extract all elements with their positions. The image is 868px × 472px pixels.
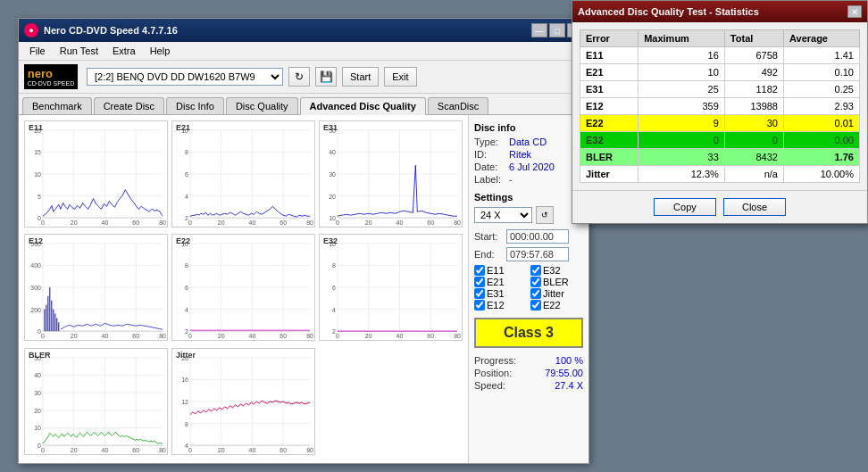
cb-e12[interactable] xyxy=(474,300,485,311)
svg-text:8: 8 xyxy=(185,149,188,155)
class-label: Class 3 xyxy=(504,325,554,340)
minimize-button[interactable]: — xyxy=(531,23,547,37)
cb-e22[interactable] xyxy=(530,300,541,311)
dialog-title: Advanced Disc Quality Test - Statistics xyxy=(578,6,759,17)
graph-e22: E22 10 8 6 xyxy=(171,234,315,341)
copy-button[interactable]: Copy xyxy=(654,198,716,216)
graph-e12-label: E12 xyxy=(29,236,43,245)
svg-text:20: 20 xyxy=(71,447,78,453)
svg-text:30: 30 xyxy=(329,171,336,178)
tab-advanced-disc-quality[interactable]: Advanced Disc Quality xyxy=(300,97,426,115)
graph-bler: BLER 50 40 xyxy=(24,348,168,455)
dialog-title-bar: Advanced Disc Quality Test - Statistics … xyxy=(572,1,867,22)
cell-max: 0 xyxy=(638,132,725,149)
svg-text:5: 5 xyxy=(38,194,41,200)
svg-text:0: 0 xyxy=(336,219,339,226)
progress-section: Progress: 100 % Position: 79:55.00 Speed… xyxy=(474,355,583,391)
close-button[interactable]: Close xyxy=(723,198,786,216)
svg-text:80: 80 xyxy=(454,219,461,226)
position-key: Position: xyxy=(474,368,512,378)
speed-key: Speed: xyxy=(474,380,505,391)
main-window: ● Nero CD-DVD Speed 4.7.7.16 — □ ✕ File … xyxy=(18,18,589,464)
cell-error: BLER xyxy=(580,149,638,166)
menu-file[interactable]: File xyxy=(22,44,53,58)
speed-selector[interactable]: 24 X xyxy=(474,207,532,223)
save-icon[interactable]: 💾 xyxy=(315,67,337,87)
svg-text:6: 6 xyxy=(332,285,336,291)
svg-text:6: 6 xyxy=(185,285,188,291)
table-row: E11 16 6758 1.41 xyxy=(580,47,860,64)
svg-text:40: 40 xyxy=(102,219,109,226)
maximize-button[interactable]: □ xyxy=(549,23,565,37)
tab-create-disc[interactable]: Create Disc xyxy=(94,97,164,114)
cb-e32-label[interactable]: E32 xyxy=(530,265,583,276)
graphs-area: E11 20 15 xyxy=(19,115,468,463)
cell-total: n/a xyxy=(724,166,783,183)
menu-extra[interactable]: Extra xyxy=(105,44,143,58)
table-row: E21 10 492 0.10 xyxy=(580,64,860,81)
svg-text:40: 40 xyxy=(396,219,404,226)
reset-button[interactable]: ↺ xyxy=(536,206,554,224)
dialog-close-button[interactable]: ✕ xyxy=(847,5,862,18)
cb-e12-label[interactable]: E12 xyxy=(474,300,527,311)
svg-text:6: 6 xyxy=(185,171,188,178)
exit-button[interactable]: Exit xyxy=(384,67,416,87)
svg-text:20: 20 xyxy=(329,194,336,200)
col-maximum: Maximum xyxy=(638,30,725,47)
cb-e31[interactable] xyxy=(474,288,485,299)
tab-scan-disc[interactable]: ScanDisc xyxy=(428,97,488,114)
cb-jitter[interactable] xyxy=(530,288,541,299)
svg-text:40: 40 xyxy=(102,447,109,453)
svg-text:10: 10 xyxy=(34,425,41,431)
cb-e32[interactable] xyxy=(530,265,541,276)
cb-e11[interactable] xyxy=(474,265,485,276)
svg-text:12: 12 xyxy=(181,399,188,405)
svg-text:0: 0 xyxy=(41,447,45,453)
cell-error: E12 xyxy=(580,98,638,115)
cell-total: 30 xyxy=(724,115,783,132)
cell-total: 6758 xyxy=(724,47,783,64)
cb-e21[interactable] xyxy=(474,277,485,287)
refresh-icon[interactable]: ↻ xyxy=(288,67,310,87)
dialog-body: Error Maximum Total Average E11 16 6758 … xyxy=(572,22,867,190)
svg-text:60: 60 xyxy=(427,333,434,339)
svg-text:16: 16 xyxy=(181,377,188,383)
cb-bler[interactable] xyxy=(530,277,541,287)
svg-text:4: 4 xyxy=(332,307,336,313)
menu-bar: File Run Test Extra Help xyxy=(19,42,588,61)
graph-jitter-label: Jitter xyxy=(176,351,196,360)
cb-bler-label[interactable]: BLER xyxy=(530,277,583,287)
svg-text:30: 30 xyxy=(34,390,41,396)
svg-text:60: 60 xyxy=(132,219,139,226)
cb-e31-label[interactable]: E31 xyxy=(474,288,527,299)
start-input[interactable] xyxy=(506,229,569,244)
table-row: E22 9 30 0.01 xyxy=(580,115,860,132)
cell-max: 359 xyxy=(638,98,725,115)
cb-jitter-label[interactable]: Jitter xyxy=(530,288,583,299)
cell-max: 33 xyxy=(638,149,725,166)
svg-text:8: 8 xyxy=(185,263,188,269)
cb-e22-label[interactable]: E22 xyxy=(530,300,583,311)
svg-text:300: 300 xyxy=(30,285,41,291)
nero-logo: nero CD·DVD SPEED xyxy=(24,64,78,89)
start-time-row: Start: xyxy=(474,229,583,244)
tab-disc-quality[interactable]: Disc Quality xyxy=(226,97,298,114)
menu-help[interactable]: Help xyxy=(143,44,178,58)
svg-text:80: 80 xyxy=(159,333,166,339)
cell-avg: 10.00% xyxy=(783,166,859,183)
menu-run-test[interactable]: Run Test xyxy=(53,44,105,58)
svg-text:40: 40 xyxy=(249,447,256,453)
tab-disc-info[interactable]: Disc Info xyxy=(166,97,224,114)
cell-error: E31 xyxy=(580,81,638,98)
svg-text:0: 0 xyxy=(41,219,45,226)
speed-row: 24 X ↺ xyxy=(474,206,583,224)
cb-e11-label[interactable]: E11 xyxy=(474,265,527,276)
start-button[interactable]: Start xyxy=(342,67,379,87)
progress-row: Progress: 100 % xyxy=(474,355,583,366)
cell-max: 12.3% xyxy=(638,166,725,183)
svg-text:400: 400 xyxy=(30,263,41,269)
tab-benchmark[interactable]: Benchmark xyxy=(22,97,92,114)
end-input[interactable] xyxy=(506,247,569,261)
cb-e21-label[interactable]: E21 xyxy=(474,277,527,287)
drive-selector[interactable]: [2:2] BENQ DVD DD DW1620 B7W9 xyxy=(87,68,283,86)
